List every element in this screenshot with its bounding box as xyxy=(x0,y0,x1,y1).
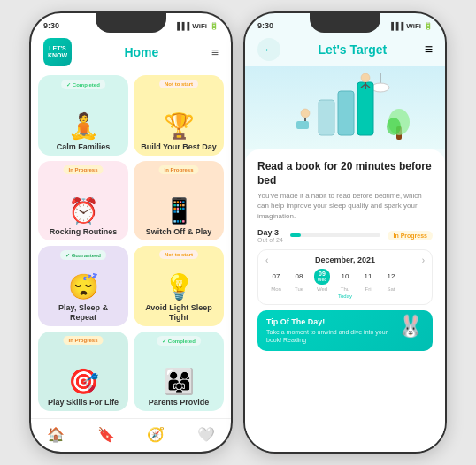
bunny-icon: 🐰 xyxy=(397,314,424,339)
cal-month: December, 2021 xyxy=(315,255,375,264)
hero-illustration xyxy=(265,73,425,144)
svg-point-9 xyxy=(301,109,310,118)
svg-point-14 xyxy=(387,118,401,135)
wifi-icon: WiFi xyxy=(192,22,207,30)
tile-icon-2: 🏆 xyxy=(141,111,217,141)
tile-build-day[interactable]: Not to start 🏆 Build Your Best Day xyxy=(134,75,224,156)
day-label: Day 3 xyxy=(257,228,283,237)
tip-text: Take a moment to unwind and dive into yo… xyxy=(266,328,392,344)
tile-label-2: Build Your Best Day xyxy=(141,142,217,152)
phone-home: 9:30 ▐▐▐ WiFi 🔋 LET'SKNOW Home ≡ ✓ Compl… xyxy=(29,11,233,454)
svg-rect-4 xyxy=(357,82,373,135)
notch-2 xyxy=(310,13,380,33)
day-sub: Out of 24 xyxy=(257,237,283,243)
today-label: Today xyxy=(265,293,425,299)
tile-badge-7: In Progress xyxy=(63,336,103,345)
nav-explore[interactable]: 🧭 xyxy=(147,426,165,443)
tile-icon-4: 📱 xyxy=(141,196,217,225)
home-header: LET'SKNOW Home ≡ xyxy=(31,34,231,72)
tile-play-sleep[interactable]: ✓ Guaranteed 😴 Play, Sleep & Repeat xyxy=(38,246,128,326)
in-progress-badge: In Progress xyxy=(388,231,433,240)
progress-bar xyxy=(290,233,381,237)
tile-badge-5: ✓ Guaranteed xyxy=(60,250,106,260)
app-logo: LET'SKNOW xyxy=(43,38,72,66)
tile-badge-2: Not to start xyxy=(159,80,198,88)
tile-label-6: Avoid Light Sleep Tight xyxy=(141,303,217,323)
tile-icon-6: 💡 xyxy=(141,272,217,301)
cal-next[interactable]: › xyxy=(422,255,425,265)
navbar-1: 🏠 🔖 🧭 🤍 xyxy=(31,418,231,452)
cal-spacer2 xyxy=(403,286,419,292)
calendar-section: ‹ December, 2021 › 07 08 09Wed 10 11 12 … xyxy=(257,249,433,305)
time-2: 9:30 xyxy=(257,21,273,30)
progress-fill xyxy=(290,233,301,237)
tile-switch-off[interactable]: In Progress 📱 Switch Off & Play xyxy=(134,161,224,241)
tile-play-skills[interactable]: In Progress 🎯 Play Skills For Life xyxy=(38,332,128,412)
content-desc: You've made it a habit to read before be… xyxy=(257,191,433,221)
nav-home[interactable]: 🏠 xyxy=(47,426,65,443)
cal-name-mon: Mon xyxy=(265,286,287,292)
tile-calm-families[interactable]: ✓ Completed 🧘 Calm Families xyxy=(38,75,128,156)
tile-label-4: Switch Off & Play xyxy=(141,227,217,237)
wifi-icon-2: WiFi xyxy=(406,22,421,30)
svg-rect-3 xyxy=(338,91,354,135)
battery-icon-2: 🔋 xyxy=(424,22,433,30)
tile-badge-4: In Progress xyxy=(158,165,198,174)
cal-num-10: 10 xyxy=(337,269,353,285)
calendar-header: ‹ December, 2021 › xyxy=(265,255,425,265)
battery-icon: 🔋 xyxy=(210,22,219,30)
tile-badge-6: Not to start xyxy=(159,250,198,259)
tile-label-3: Rocking Routines xyxy=(45,227,121,237)
svg-rect-11 xyxy=(296,121,309,129)
nav-heart[interactable]: 🤍 xyxy=(197,426,215,443)
status-icons-1: ▐▐▐ WiFi 🔋 xyxy=(174,22,219,30)
content-title: Read a book for 20 minutes before bed xyxy=(257,160,433,187)
tile-label-8: Parents Provide xyxy=(141,398,217,408)
menu-icon-2[interactable]: ≡ xyxy=(425,42,433,57)
tile-avoid-light[interactable]: Not to start 💡 Avoid Light Sleep Tight xyxy=(134,246,224,326)
cal-name-thu: Thu xyxy=(334,286,356,292)
tile-label-5: Play, Sleep & Repeat xyxy=(45,303,121,323)
tile-parents-provide[interactable]: ✓ Completed 👨‍👩‍👧 Parents Provide xyxy=(134,332,224,412)
tile-rocking-routines[interactable]: In Progress ⏰ Rocking Routines xyxy=(38,161,128,241)
content-card: Read a book for 20 minutes before bed Yo… xyxy=(245,149,445,452)
tile-label-1: Calm Families xyxy=(45,142,121,152)
back-button[interactable]: ← xyxy=(257,38,280,61)
svg-point-5 xyxy=(361,73,370,82)
cal-num-08: 08 xyxy=(291,269,307,285)
status-icons-2: ▐▐▐ WiFi 🔋 xyxy=(388,22,433,30)
tile-badge-3: In Progress xyxy=(63,165,103,174)
cal-prev[interactable]: ‹ xyxy=(265,255,268,265)
notch xyxy=(96,13,166,33)
tile-icon-8: 👨‍👩‍👧 xyxy=(141,367,217,396)
cal-num-09-today[interactable]: 09Wed xyxy=(314,269,330,285)
target-header: ← Let's Target ≡ xyxy=(245,34,445,66)
tile-badge-1: ✓ Completed xyxy=(61,80,105,89)
cal-num-12: 12 xyxy=(383,269,399,285)
cal-spacer xyxy=(403,269,419,285)
tiles-grid: ✓ Completed 🧘 Calm Families Not to start… xyxy=(31,72,231,418)
signal-icon: ▐▐▐ xyxy=(174,22,189,30)
cal-name-wed: Wed xyxy=(311,286,333,292)
target-content: Read a book for 20 minutes before bed Yo… xyxy=(245,66,445,452)
time-1: 9:30 xyxy=(43,21,59,30)
cal-num-11: 11 xyxy=(360,269,376,285)
svg-rect-2 xyxy=(319,100,334,135)
back-arrow-icon: ← xyxy=(264,43,274,56)
svg-point-1 xyxy=(372,83,389,92)
phone-target: 9:30 ▐▐▐ WiFi 🔋 ← Let's Target ≡ xyxy=(243,11,447,454)
day-info: Day 3 Out of 24 xyxy=(257,228,283,243)
hero-svg xyxy=(265,73,425,144)
menu-icon[interactable]: ≡ xyxy=(211,45,219,59)
tip-content: Tip Of The Day! Take a moment to unwind … xyxy=(266,317,392,344)
tile-icon-5: 😴 xyxy=(45,272,121,301)
nav-bookmark[interactable]: 🔖 xyxy=(97,426,115,443)
cal-name-fri: Fri xyxy=(357,286,379,292)
signal-icon-2: ▐▐▐ xyxy=(388,22,403,30)
cal-num-07: 07 xyxy=(268,269,284,285)
tile-badge-8: ✓ Completed xyxy=(157,336,201,346)
tile-icon-1: 🧘 xyxy=(45,111,121,141)
tile-icon-3: ⏰ xyxy=(45,196,121,225)
cal-name-sat: Sat xyxy=(380,286,402,292)
progress-section: Day 3 Out of 24 In Progress xyxy=(257,228,433,243)
